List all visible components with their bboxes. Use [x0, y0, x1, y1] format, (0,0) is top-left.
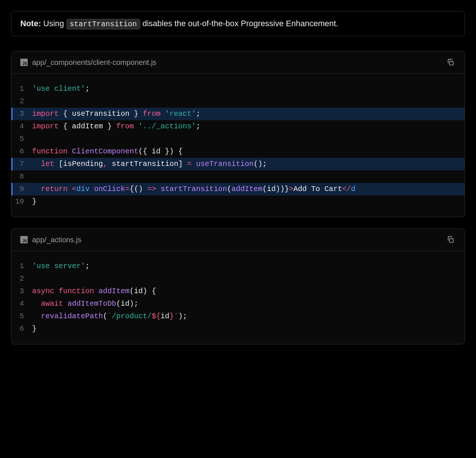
- line-content: 'use client';: [32, 83, 90, 95]
- filename: app/_components/client-component.js: [32, 58, 156, 67]
- copy-button[interactable]: [445, 57, 456, 67]
- code-line: 3import { useTransition } from 'react';: [11, 108, 465, 120]
- code-line: 8: [11, 170, 465, 183]
- line-number: 2: [11, 273, 32, 285]
- line-number: 5: [11, 310, 32, 323]
- copy-button[interactable]: [445, 235, 456, 245]
- copy-icon: [446, 58, 455, 66]
- line-number: 10: [11, 195, 32, 208]
- line-number: 6: [11, 145, 32, 158]
- line-content: async function addItem(id) {: [32, 285, 156, 298]
- line-number: 1: [11, 260, 32, 273]
- filename: app/_actions.js: [32, 236, 81, 244]
- line-content: import { addItem } from '../_actions';: [32, 120, 200, 133]
- code-block: JSapp/_actions.js1'use server';23async f…: [11, 228, 465, 344]
- note-callout: Note: Using startTransition disables the…: [11, 11, 465, 36]
- code-line: 2: [11, 95, 465, 108]
- code-line: 6function ClientComponent({ id }) {: [11, 145, 465, 158]
- line-content: }: [32, 195, 37, 208]
- line-number: 4: [11, 120, 32, 133]
- code-line: 4import { addItem } from '../_actions';: [11, 120, 465, 133]
- code-line: 9 return <div onClick={() => startTransi…: [11, 183, 465, 195]
- code-header: JSapp/_components/client-component.js: [11, 51, 465, 74]
- line-content: 'use server';: [32, 260, 90, 273]
- line-number: 6: [11, 323, 32, 335]
- note-text-before: Using: [41, 19, 66, 28]
- code-line: 7 let [isPending, startTransition] = use…: [11, 158, 465, 170]
- note-text-after: disables the out-of-the-box Progressive …: [140, 19, 338, 28]
- line-content: function ClientComponent({ id }) {: [32, 145, 183, 158]
- js-icon: JS: [20, 236, 28, 243]
- line-content: }: [32, 323, 37, 335]
- code-line: 1'use client';: [11, 83, 465, 95]
- code-line: 2: [11, 273, 465, 285]
- code-line: 5 revalidatePath(`/product/${id}`);: [11, 310, 465, 323]
- line-number: 9: [11, 183, 32, 195]
- line-number: 3: [11, 108, 32, 120]
- js-icon: JS: [20, 59, 28, 66]
- line-number: 5: [11, 133, 32, 145]
- code-header: JSapp/_actions.js: [11, 229, 465, 251]
- code-body: 1'use server';23async function addItem(i…: [11, 251, 465, 344]
- line-number: 2: [11, 95, 32, 108]
- code-line: 3async function addItem(id) {: [11, 285, 465, 298]
- code-line: 4 await addItemToDb(id);: [11, 298, 465, 310]
- code-line: 5: [11, 133, 465, 145]
- line-number: 7: [11, 158, 32, 170]
- code-line: 10}: [11, 195, 465, 208]
- code-line: 1'use server';: [11, 260, 465, 273]
- line-content: import { useTransition } from 'react';: [32, 108, 200, 120]
- line-content: return <div onClick={() => startTransiti…: [32, 183, 355, 195]
- line-content: revalidatePath(`/product/${id}`);: [32, 310, 187, 323]
- line-number: 4: [11, 298, 32, 310]
- line-content: await addItemToDb(id);: [32, 298, 138, 310]
- line-number: 1: [11, 83, 32, 95]
- svg-rect-1: [449, 239, 453, 243]
- line-content: let [isPending, startTransition] = useTr…: [32, 158, 267, 170]
- line-number: 8: [11, 170, 32, 183]
- code-block: JSapp/_components/client-component.js1'u…: [11, 51, 465, 217]
- code-body: 1'use client';23import { useTransition }…: [11, 74, 465, 217]
- line-number: 3: [11, 285, 32, 298]
- note-label: Note:: [20, 19, 41, 28]
- copy-icon: [446, 236, 455, 244]
- svg-rect-0: [449, 62, 453, 65]
- inline-code: startTransition: [66, 19, 140, 30]
- code-line: 6}: [11, 323, 465, 335]
